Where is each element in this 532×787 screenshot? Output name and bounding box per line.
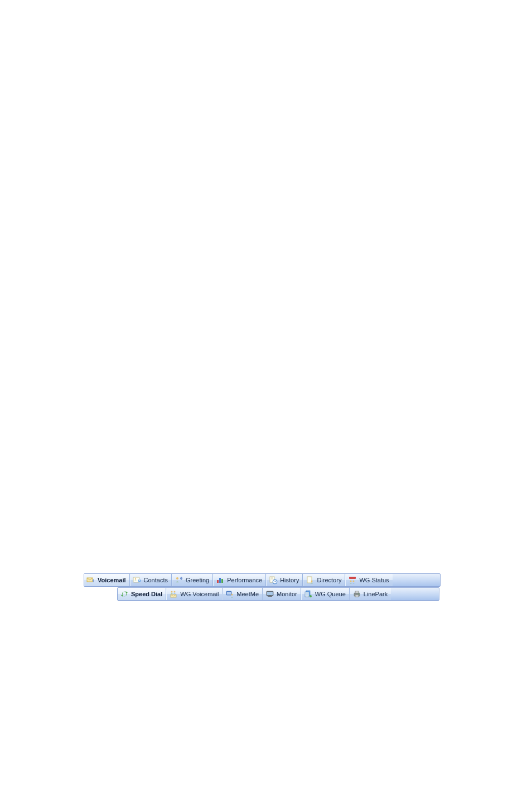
svg-rect-25 — [227, 592, 231, 595]
printer-fax-icon — [352, 590, 361, 598]
svg-point-40 — [358, 593, 359, 594]
tab-directory[interactable]: Directory — [303, 574, 345, 586]
tab-bar-container: Voicemail Contacts — [84, 573, 441, 601]
svg-point-19 — [350, 581, 352, 582]
tab-contacts[interactable]: Contacts — [130, 574, 172, 586]
document-person-icon — [306, 576, 315, 585]
tab-history[interactable]: History — [266, 574, 303, 586]
tab-label: Contacts — [144, 577, 168, 583]
monitor-person-icon — [225, 590, 234, 598]
tab-label: WG Queue — [315, 591, 346, 597]
svg-rect-29 — [269, 596, 271, 596]
people-speaker-icon — [175, 576, 183, 585]
monitor-icon — [265, 590, 274, 598]
tab-label: History — [280, 577, 299, 583]
tab-wg-status[interactable]: WG Status — [345, 574, 392, 586]
tab-label: Directory — [317, 577, 341, 583]
envelope-speaker-icon — [86, 576, 95, 585]
tab-label: Performance — [227, 577, 262, 583]
refresh-arrows-icon — [120, 590, 129, 598]
svg-point-17 — [311, 581, 313, 582]
bar-chart-icon — [216, 576, 225, 585]
svg-point-36 — [309, 595, 312, 597]
tab-label: MeetMe — [236, 591, 259, 597]
tab-wg-queue[interactable]: WG Queue — [301, 588, 350, 600]
svg-rect-32 — [305, 592, 309, 597]
tab-label: Monitor — [277, 591, 297, 597]
svg-point-4 — [139, 580, 140, 581]
tab-label: Voicemail — [98, 577, 126, 583]
tab-label: LinePark — [364, 591, 388, 597]
svg-point-5 — [176, 577, 178, 580]
tab-label: WG Voicemail — [180, 591, 219, 597]
people-status-icon — [348, 576, 357, 585]
tab-label: WG Status — [359, 577, 389, 583]
svg-rect-28 — [267, 592, 273, 595]
people-envelope-icon — [169, 590, 178, 598]
tab-wg-voicemail[interactable]: WG Voicemail — [166, 588, 223, 600]
svg-rect-6 — [217, 580, 219, 583]
tab-performance[interactable]: Performance — [213, 574, 266, 586]
svg-rect-38 — [355, 591, 359, 593]
svg-point-20 — [353, 581, 355, 582]
document-queue-icon — [304, 590, 313, 598]
tab-speed-dial[interactable]: Speed Dial — [118, 588, 166, 600]
card-people-icon — [133, 576, 142, 585]
svg-rect-39 — [355, 595, 359, 597]
tab-row-1: Voicemail Contacts — [84, 573, 441, 587]
svg-rect-18 — [349, 577, 356, 579]
tab-voicemail[interactable]: Voicemail — [84, 574, 130, 586]
svg-rect-8 — [221, 579, 223, 583]
tab-label: Speed Dial — [131, 591, 162, 597]
svg-point-26 — [231, 594, 233, 596]
tab-monitor[interactable]: Monitor — [263, 588, 301, 600]
tab-row-2: Speed Dial WG Voicemail — [117, 587, 439, 601]
svg-point-2 — [134, 578, 136, 580]
tab-linepark[interactable]: LinePark — [350, 588, 391, 600]
svg-rect-7 — [219, 578, 221, 583]
tab-label: Greeting — [186, 577, 209, 583]
document-clock-icon — [269, 576, 278, 585]
svg-point-21 — [171, 591, 173, 593]
svg-point-22 — [174, 591, 176, 593]
tab-meetme[interactable]: MeetMe — [223, 588, 263, 600]
svg-rect-30 — [268, 596, 272, 597]
tab-greeting[interactable]: Greeting — [172, 574, 213, 586]
